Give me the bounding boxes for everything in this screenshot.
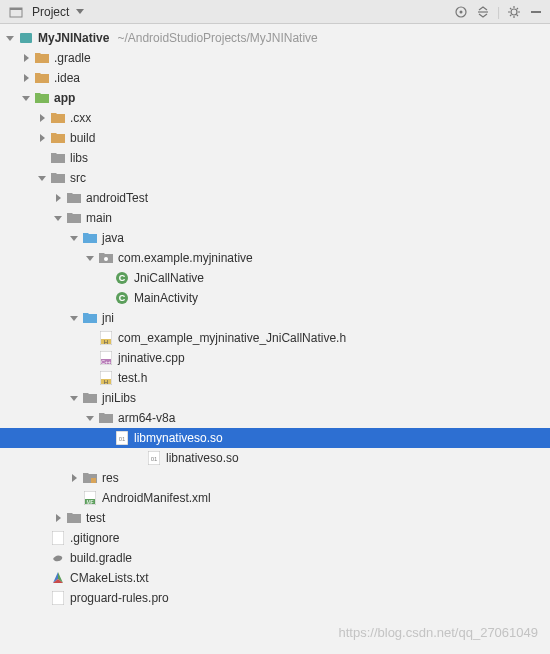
cpp-file-icon: C++ bbox=[98, 350, 114, 366]
node-label: MyJNINative bbox=[38, 31, 109, 45]
project-icon bbox=[8, 4, 24, 20]
chevron-down-icon[interactable] bbox=[20, 92, 32, 104]
gradle-file-icon bbox=[50, 550, 66, 566]
target-icon[interactable] bbox=[453, 4, 469, 20]
chevron-right-icon[interactable] bbox=[20, 52, 32, 64]
node-label: build bbox=[70, 131, 95, 145]
tree-node-cmake[interactable]: CMakeLists.txt bbox=[0, 568, 550, 588]
watermark-text: https://blog.csdn.net/qq_27061049 bbox=[339, 625, 539, 640]
module-icon bbox=[18, 30, 34, 46]
tree-node-libmynativeso[interactable]: 01 libmynativeso.so bbox=[0, 428, 550, 448]
header-file-icon: H bbox=[98, 330, 114, 346]
class-icon: C bbox=[114, 290, 130, 306]
node-label: res bbox=[102, 471, 119, 485]
chevron-right-icon[interactable] bbox=[36, 132, 48, 144]
tree-node-libnativeso[interactable]: 01 libnativeso.so bbox=[0, 448, 550, 468]
tree-node-arm64[interactable]: arm64-v8a bbox=[0, 408, 550, 428]
node-label: com_example_myjninative_JniCallNative.h bbox=[118, 331, 346, 345]
chevron-right-icon[interactable] bbox=[52, 192, 64, 204]
node-label: .idea bbox=[54, 71, 80, 85]
svg-text:H: H bbox=[104, 379, 108, 385]
header-file-icon: H bbox=[98, 370, 114, 386]
chevron-down-icon[interactable] bbox=[36, 172, 48, 184]
node-label: app bbox=[54, 91, 75, 105]
tree-node-jnicallnative[interactable]: C JniCallNative bbox=[0, 268, 550, 288]
arrow-none bbox=[36, 152, 48, 164]
chevron-right-icon[interactable] bbox=[36, 112, 48, 124]
tree-node-libs[interactable]: libs bbox=[0, 148, 550, 168]
tree-node-gradle[interactable]: .gradle bbox=[0, 48, 550, 68]
chevron-right-icon[interactable] bbox=[52, 512, 64, 524]
tree-node-cxx[interactable]: .cxx bbox=[0, 108, 550, 128]
tree-node-app[interactable]: app bbox=[0, 88, 550, 108]
cmake-file-icon bbox=[50, 570, 66, 586]
collapse-icon[interactable] bbox=[475, 4, 491, 20]
node-label: main bbox=[86, 211, 112, 225]
folder-icon bbox=[34, 50, 50, 66]
tree-node-mainactivity[interactable]: C MainActivity bbox=[0, 288, 550, 308]
node-label: libs bbox=[70, 151, 88, 165]
tree-node-res[interactable]: res bbox=[0, 468, 550, 488]
chevron-right-icon[interactable] bbox=[20, 72, 32, 84]
node-label: test.h bbox=[118, 371, 147, 385]
tree-node-manifest[interactable]: MF AndroidManifest.xml bbox=[0, 488, 550, 508]
node-label: libnativeso.so bbox=[166, 451, 239, 465]
tree-node-androidtest[interactable]: androidTest bbox=[0, 188, 550, 208]
svg-rect-26 bbox=[91, 478, 96, 483]
node-label: .cxx bbox=[70, 111, 91, 125]
chevron-down-icon[interactable] bbox=[68, 392, 80, 404]
node-label: com.example.myjninative bbox=[118, 251, 253, 265]
chevron-down-icon[interactable] bbox=[68, 312, 80, 324]
node-label: java bbox=[102, 231, 124, 245]
svg-rect-6 bbox=[531, 11, 541, 13]
dropdown-arrow-icon[interactable] bbox=[76, 9, 84, 14]
svg-point-3 bbox=[459, 10, 462, 13]
node-label: CMakeLists.txt bbox=[70, 571, 149, 585]
binary-file-icon: 01 bbox=[146, 450, 162, 466]
tree-node-root[interactable]: MyJNINative ~/AndroidStudioProjects/MyJN… bbox=[0, 28, 550, 48]
node-label: build.gradle bbox=[70, 551, 132, 565]
chevron-down-icon[interactable] bbox=[84, 412, 96, 424]
node-label: .gradle bbox=[54, 51, 91, 65]
tree-node-package[interactable]: com.example.myjninative bbox=[0, 248, 550, 268]
tree-node-jnicpp[interactable]: C++ jninative.cpp bbox=[0, 348, 550, 368]
tree-node-java[interactable]: java bbox=[0, 228, 550, 248]
chevron-down-icon[interactable] bbox=[52, 212, 64, 224]
tree-node-idea[interactable]: .idea bbox=[0, 68, 550, 88]
node-label: AndroidManifest.xml bbox=[102, 491, 211, 505]
file-icon bbox=[50, 530, 66, 546]
node-label: src bbox=[70, 171, 86, 185]
gear-icon[interactable] bbox=[506, 4, 522, 20]
tree-node-testh[interactable]: H test.h bbox=[0, 368, 550, 388]
tree-node-src[interactable]: src bbox=[0, 168, 550, 188]
node-label: androidTest bbox=[86, 191, 148, 205]
node-label: test bbox=[86, 511, 105, 525]
node-label: libmynativeso.so bbox=[134, 431, 223, 445]
tree-node-main[interactable]: main bbox=[0, 208, 550, 228]
chevron-right-icon[interactable] bbox=[68, 472, 80, 484]
chevron-down-icon[interactable] bbox=[68, 232, 80, 244]
file-icon bbox=[50, 590, 66, 606]
chevron-down-icon[interactable] bbox=[84, 252, 96, 264]
tree-node-jniheader[interactable]: H com_example_myjninative_JniCallNative.… bbox=[0, 328, 550, 348]
source-folder-icon bbox=[82, 230, 98, 246]
hide-icon[interactable] bbox=[528, 4, 544, 20]
folder-icon bbox=[50, 110, 66, 126]
svg-text:C++: C++ bbox=[101, 359, 111, 365]
tree-node-gitignore[interactable]: .gitignore bbox=[0, 528, 550, 548]
source-folder-icon bbox=[82, 310, 98, 326]
svg-rect-30 bbox=[52, 531, 64, 545]
tree-node-jni[interactable]: jni bbox=[0, 308, 550, 328]
tree-node-buildgradle[interactable]: build.gradle bbox=[0, 548, 550, 568]
node-label: JniCallNative bbox=[134, 271, 204, 285]
tree-node-proguard[interactable]: proguard-rules.pro bbox=[0, 588, 550, 608]
tree-node-test[interactable]: test bbox=[0, 508, 550, 528]
tree-node-build[interactable]: build bbox=[0, 128, 550, 148]
node-label: jni bbox=[102, 311, 114, 325]
svg-text:C: C bbox=[119, 293, 126, 303]
tree-node-jnilibs[interactable]: jniLibs bbox=[0, 388, 550, 408]
chevron-down-icon[interactable] bbox=[4, 32, 16, 44]
svg-point-5 bbox=[511, 9, 517, 15]
manifest-file-icon: MF bbox=[82, 490, 98, 506]
svg-point-8 bbox=[104, 257, 108, 261]
